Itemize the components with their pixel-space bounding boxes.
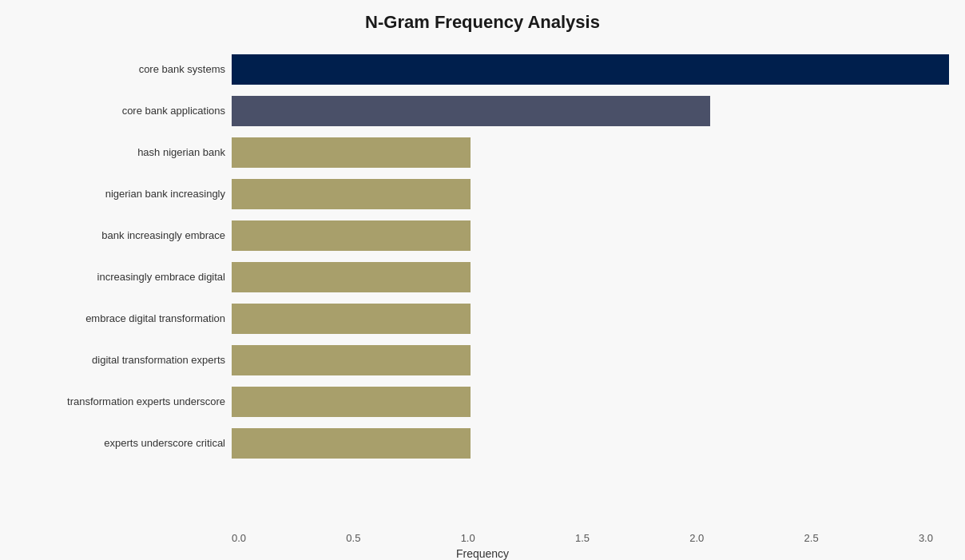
y-axis-labels: core bank systemscore bank applicationsh… <box>16 49 232 464</box>
bar-row <box>232 384 949 419</box>
y-axis-label: digital transformation experts <box>16 340 225 381</box>
bar <box>232 428 471 459</box>
chart-container: N-Gram Frequency Analysis core bank syst… <box>0 0 965 560</box>
y-axis-label: core bank applications <box>16 90 225 132</box>
x-tick: 2.5 <box>804 532 819 544</box>
bar <box>232 96 710 126</box>
x-tick: 1.0 <box>461 532 475 544</box>
chart-title: N-Gram Frequency Analysis <box>365 12 600 33</box>
y-axis-label: core bank systems <box>16 49 225 90</box>
bar <box>232 262 471 292</box>
bar <box>232 54 949 85</box>
y-axis-label: transformation experts underscore <box>16 381 225 423</box>
x-tick: 3.0 <box>919 532 933 544</box>
bar-row <box>232 260 949 295</box>
bar-row <box>232 52 949 87</box>
y-axis-label: hash nigerian bank <box>16 132 225 173</box>
bar <box>232 137 471 168</box>
bar-row <box>232 177 949 212</box>
bar <box>232 387 471 417</box>
bar-row <box>232 93 949 129</box>
y-axis-label: experts underscore critical <box>16 423 225 464</box>
bar <box>232 179 471 209</box>
y-axis-label: bank increasingly embrace <box>16 215 225 256</box>
bar <box>232 345 471 375</box>
chart-area: core bank systemscore bank applicationsh… <box>16 49 949 464</box>
bar-row <box>232 343 949 378</box>
y-axis-label: increasingly embrace digital <box>16 256 225 298</box>
x-axis-title: Frequency <box>456 547 509 560</box>
chart-outer-wrapper: core bank systemscore bank applicationsh… <box>16 49 949 512</box>
bars-area <box>232 49 949 464</box>
bar-row <box>232 135 949 170</box>
bar-row <box>232 218 949 253</box>
bar-row <box>232 426 949 461</box>
x-tick: 0.5 <box>346 532 360 544</box>
x-tick: 0.0 <box>232 532 246 544</box>
x-axis: 0.00.51.01.52.02.53.0 <box>232 532 933 544</box>
bar <box>232 220 471 251</box>
bar <box>232 304 471 334</box>
x-tick: 2.0 <box>689 532 704 544</box>
x-tick: 1.5 <box>575 532 590 544</box>
y-axis-label: nigerian bank increasingly <box>16 173 225 215</box>
y-axis-label: embrace digital transformation <box>16 298 225 340</box>
bar-row <box>232 301 949 336</box>
